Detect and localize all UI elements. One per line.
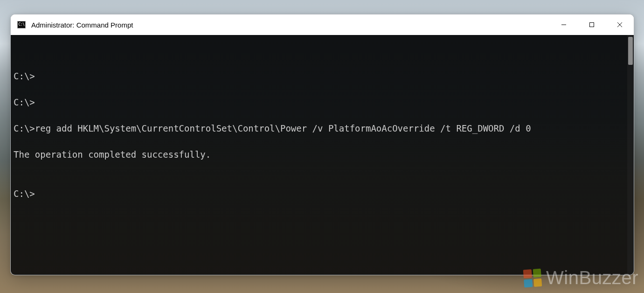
cmd-icon	[17, 21, 26, 28]
terminal-line: C:\>	[14, 70, 624, 83]
close-button[interactable]	[606, 14, 634, 35]
terminal-line: C:\>	[14, 96, 624, 109]
scrollbar-thumb[interactable]	[628, 37, 633, 65]
minimize-icon	[561, 22, 567, 28]
maximize-icon	[589, 22, 595, 28]
watermark-logo-icon	[523, 268, 542, 287]
watermark-text: WinBuzzer	[546, 267, 638, 288]
terminal-line: C:\>	[14, 187, 624, 200]
terminal-line: The operation completed successfully.	[14, 148, 624, 161]
minimize-button[interactable]	[550, 14, 578, 35]
watermark: WinBuzzer	[524, 267, 638, 288]
close-icon	[617, 22, 623, 28]
terminal-line: C:\>reg add HKLM\System\CurrentControlSe…	[14, 122, 624, 135]
titlebar[interactable]: Administrator: Command Prompt	[11, 14, 634, 35]
window-controls	[550, 14, 634, 35]
terminal-area[interactable]: C:\> C:\> C:\>reg add HKLM\System\Curren…	[11, 35, 634, 275]
command-prompt-window: Administrator: Command Prompt C:\> C:\> …	[10, 14, 634, 275]
window-title: Administrator: Command Prompt	[31, 21, 133, 29]
terminal-output[interactable]: C:\> C:\> C:\>reg add HKLM\System\Curren…	[11, 35, 627, 275]
scrollbar-vertical[interactable]	[627, 35, 634, 275]
svg-rect-1	[590, 23, 594, 27]
maximize-button[interactable]	[578, 14, 606, 35]
